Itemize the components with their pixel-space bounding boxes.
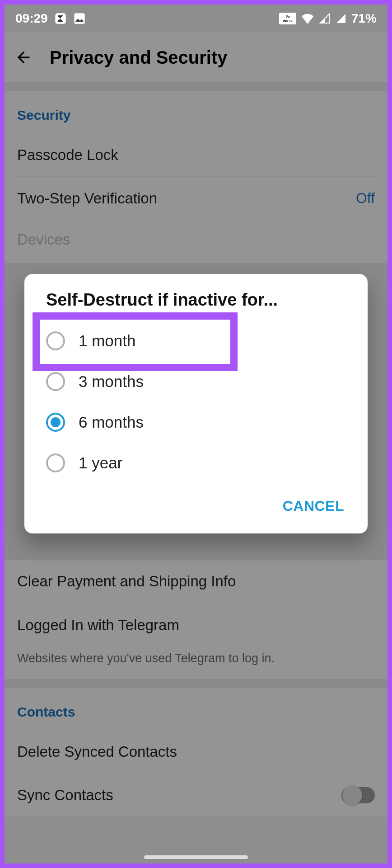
radio-icon (46, 453, 65, 472)
dialog-scrim[interactable]: Self-Destruct if inactive for... 1 month… (5, 5, 387, 863)
dialog-title: Self-Destruct if inactive for... (24, 290, 368, 321)
cancel-button[interactable]: CANCEL (275, 492, 351, 520)
radio-option-3-months[interactable]: 3 months (24, 361, 368, 402)
radio-option-1-year[interactable]: 1 year (24, 443, 368, 483)
radio-label: 1 year (79, 454, 122, 472)
radio-option-6-months[interactable]: 6 months (24, 402, 368, 443)
radio-label: 1 month (79, 332, 135, 350)
radio-icon (46, 331, 65, 350)
dialog-self-destruct: Self-Destruct if inactive for... 1 month… (24, 274, 368, 533)
radio-option-1-month[interactable]: 1 month (24, 321, 368, 361)
radio-label: 6 months (79, 413, 144, 431)
radio-icon-selected (46, 413, 65, 432)
radio-icon (46, 372, 65, 391)
radio-label: 3 months (79, 373, 144, 391)
